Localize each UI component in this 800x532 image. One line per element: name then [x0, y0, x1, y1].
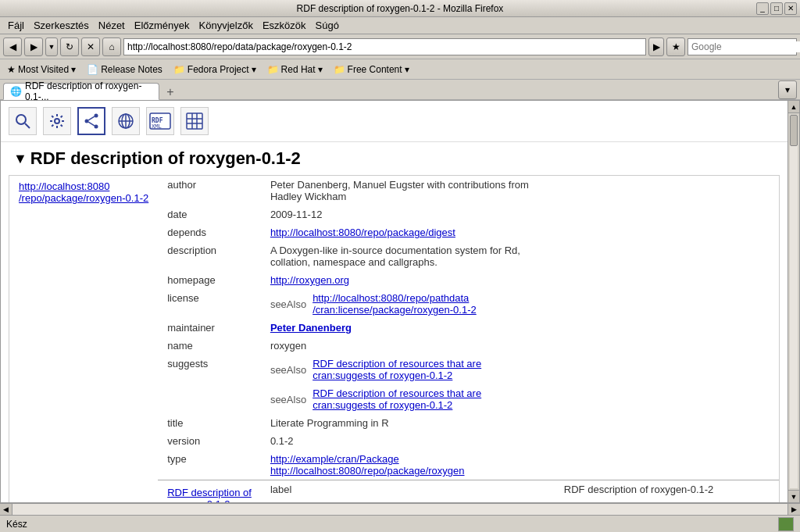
menu-edit[interactable]: Szerkesztés [29, 18, 94, 33]
bookmark-icon: 📁 [334, 64, 345, 75]
type-link-2[interactable]: http://localhost:8080/repo/package/roxyg… [270, 465, 465, 477]
suggests-link-2[interactable]: RDF description of resources that are cr… [312, 387, 481, 411]
object-label: RDF description of roxygen-0.1-2 [555, 480, 779, 499]
scroll-tabs-right[interactable]: ▾ [778, 80, 797, 99]
bookmark-redhat[interactable]: 📁 Red Hat ▾ [263, 62, 327, 77]
object-type: http://example/cran/Package http://local… [261, 450, 555, 480]
collapse-triangle[interactable]: ▼ [13, 151, 27, 167]
bookmark-label: Red Hat [281, 64, 316, 75]
close-button[interactable]: ✕ [784, 2, 797, 15]
chevron-down-icon: ▾ [405, 64, 409, 75]
page-toolbar: RDF XML [1, 101, 788, 142]
bookmark-icon: 📄 [87, 64, 98, 75]
share-tool-button[interactable] [77, 107, 105, 135]
content-wrapper: RDF XML ▼ RDF description [0, 100, 800, 503]
browser-window: RDF description of roxygen-0.1-2 - Mozil… [0, 0, 800, 532]
predicate-description: description [158, 241, 261, 271]
menu-bar: Fájl Szerkesztés Nézet Előzmények Könyvj… [0, 17, 800, 34]
menu-bookmarks[interactable]: Könyvjelzők [195, 18, 258, 33]
menu-view[interactable]: Nézet [94, 18, 130, 33]
status-text: Kész [6, 519, 27, 530]
menu-help[interactable]: Súgó [311, 18, 344, 33]
search-tool-button[interactable] [9, 107, 37, 135]
back-button[interactable]: ◀ [3, 37, 22, 56]
menu-file[interactable]: Fájl [3, 18, 29, 33]
stop-button[interactable]: ✕ [81, 37, 100, 56]
depends-link[interactable]: http://localhost:8080/repo/package/diges… [270, 227, 455, 238]
bookmark-free-content[interactable]: 📁 Free Content ▾ [330, 62, 413, 77]
tab-icon: 🌐 [10, 86, 22, 97]
bookmark-release-notes[interactable]: 📄 Release Notes [83, 62, 166, 77]
predicate-depends: depends [158, 223, 261, 241]
object-version: 0.1-2 [261, 432, 555, 450]
bookmark-label: Fedora Project [188, 64, 249, 75]
predicate-date: date [158, 205, 261, 223]
menu-tools[interactable]: Eszközök [258, 18, 311, 33]
object-description: A Doxygen-like in-source documentation s… [261, 241, 555, 271]
scroll-right-button[interactable]: ▶ [788, 504, 800, 515]
object-primary-topic[interactable]: http://localhost:8080/repo/package/roxyg… [555, 498, 779, 502]
status-bar: Kész [0, 515, 800, 532]
predicate-license: license [158, 289, 261, 319]
bookmark-star[interactable]: ★ [666, 37, 685, 56]
bookmark-icon: ★ [7, 64, 16, 75]
suggests-link-1[interactable]: RDF description of resources that are cr… [312, 358, 481, 381]
homepage-link[interactable]: http://roxygen.org [270, 274, 349, 286]
tab-bar: 🌐 RDF description of roxygen-0.1-... + ▾ [0, 80, 800, 100]
svg-line-7 [88, 122, 95, 126]
address-input[interactable] [127, 41, 642, 52]
svg-line-1 [25, 123, 30, 128]
object-homepage[interactable]: http://roxygen.org [261, 271, 555, 289]
bookmark-fedora[interactable]: 📁 Fedora Project ▾ [170, 62, 260, 77]
suggests-seealso-label-2: seeAlso [270, 387, 312, 411]
window-controls: _ □ ✕ [756, 2, 797, 15]
bookmark-label: Most Visited [18, 64, 69, 75]
forward-button[interactable]: ▶ [24, 37, 43, 56]
settings-tool-button[interactable] [43, 107, 71, 135]
bookmarks-bar: ★ Most Visited ▾ 📄 Release Notes 📁 Fedor… [0, 59, 800, 80]
svg-point-2 [55, 119, 59, 123]
object-maintainer[interactable]: Peter Danenberg [261, 319, 555, 337]
svg-point-3 [85, 120, 89, 123]
predicate-label: label [261, 480, 555, 499]
subject-url-2[interactable]: RDF description ofroxygen-0.1-2 [158, 480, 261, 503]
maximize-button[interactable]: □ [770, 2, 783, 15]
svg-point-4 [95, 114, 98, 118]
scroll-left-button[interactable]: ◀ [0, 504, 12, 515]
suggests-seealso-link-cell-2: RDF description of resources that are cr… [312, 387, 545, 411]
scroll-up-button[interactable]: ▲ [788, 101, 799, 113]
minimize-button[interactable]: _ [756, 2, 769, 15]
search-bar[interactable]: 🔍 [688, 38, 797, 55]
object-author: Peter Danenberg, Manuel Eugster with con… [261, 176, 555, 205]
rdf-xml-tool-button[interactable]: RDF XML [146, 107, 174, 135]
horizontal-scroll-track[interactable] [12, 504, 788, 515]
network-tool-button[interactable] [112, 107, 140, 135]
svg-rect-15 [187, 113, 202, 129]
scroll-down-button[interactable]: ▼ [788, 490, 799, 502]
svg-text:XML: XML [152, 123, 162, 130]
scroll-track[interactable] [790, 115, 798, 488]
dropdown-button[interactable]: ▼ [45, 37, 58, 56]
firefox-status-icon [778, 517, 794, 531]
tab-rdf[interactable]: 🌐 RDF description of roxygen-0.1-... [3, 83, 159, 100]
bookmark-most-visited[interactable]: ★ Most Visited ▾ [3, 62, 80, 77]
scrollbar[interactable]: ▲ ▼ [788, 101, 799, 502]
horizontal-scrollbar[interactable]: ◀ ▶ [0, 503, 800, 515]
home-button[interactable]: ⌂ [102, 37, 121, 56]
go-button[interactable]: ▶ [648, 37, 664, 56]
reload-button[interactable]: ↻ [60, 37, 79, 56]
subject-url-1[interactable]: http://localhost:8080/repo/package/roxyg… [9, 176, 158, 502]
license-link[interactable]: http://localhost:8080/repo/pathdata/cran… [312, 292, 477, 316]
svg-line-6 [88, 116, 95, 120]
table-tool-button[interactable] [180, 107, 209, 135]
scroll-thumb[interactable] [790, 115, 798, 146]
search-input[interactable] [691, 41, 800, 52]
address-bar[interactable] [123, 38, 646, 55]
object-depends[interactable]: http://localhost:8080/repo/package/diges… [261, 223, 555, 241]
type-link-1[interactable]: http://example/cran/Package [270, 453, 399, 465]
page-title: RDF description of roxygen-0.1-2 [30, 148, 301, 169]
maintainer-link[interactable]: Peter Danenberg [270, 322, 352, 334]
primary-topic-link[interactable]: http://localhost:8080/repo/package/roxyg… [564, 502, 762, 502]
new-tab-button[interactable]: + [162, 85, 178, 99]
menu-history[interactable]: Előzmények [130, 18, 195, 33]
